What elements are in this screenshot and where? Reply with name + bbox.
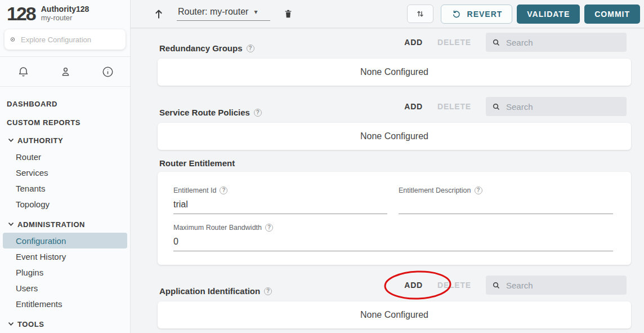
info-icon [101, 65, 114, 78]
delete-button[interactable]: DELETE [437, 102, 471, 111]
sort-arrows-icon [414, 8, 426, 20]
brand-title: Authority128 [41, 5, 90, 14]
empty-card-service-route-policies: None Configured [158, 123, 631, 150]
explore-configuration-input[interactable] [21, 35, 120, 44]
sidebar-item-users[interactable]: Users [0, 280, 130, 296]
entitlement-description-label: Entitlement Description ? [399, 187, 482, 194]
section-title-text: Router Entitlement [159, 158, 235, 168]
sidebar-item-configuration[interactable]: Configuration [3, 233, 127, 248]
help-icon[interactable]: ? [475, 187, 482, 194]
empty-text: None Configured [360, 131, 428, 141]
entitlement-id-field[interactable] [173, 199, 387, 214]
compass-icon [10, 34, 15, 45]
sidebar-item-label: DASHBOARD [7, 100, 57, 108]
help-icon[interactable]: ? [265, 224, 273, 232]
about-button[interactable] [101, 65, 114, 78]
sidebar-group-label: TOOLS [17, 320, 44, 328]
commit-button[interactable]: COMMIT [584, 5, 640, 24]
sidebar-item-services[interactable]: Services [0, 165, 130, 180]
field-label-text: Entitlement Id [173, 187, 216, 194]
empty-card-application-identification: None Configured [158, 301, 631, 328]
search-icon [491, 281, 501, 290]
sidebar-item-custom-reports[interactable]: CUSTOM REPORTS [0, 113, 130, 132]
brand-subtitle: my-router [41, 14, 90, 23]
search-box[interactable] [486, 97, 627, 116]
router-entitlement-card: Entitlement Id ? Entitlement Description… [158, 172, 631, 265]
delete-router-button[interactable] [283, 7, 294, 20]
explore-configuration-box[interactable] [5, 29, 126, 50]
sidebar-item-label: Tenants [16, 184, 46, 193]
help-icon[interactable]: ? [264, 287, 272, 295]
search-input[interactable] [506, 281, 621, 290]
field-label-text: Maximum Router Bandwidth [173, 224, 262, 232]
sidebar: 128 Authority128 my-router [0, 0, 131, 333]
search-input[interactable] [506, 38, 621, 47]
section-title-application-identification: Application Identification ? [159, 286, 272, 296]
main-content: Router: my-router ▾ REVERT [131, 0, 644, 333]
app-frame: 128 Authority128 my-router [0, 0, 644, 333]
add-button[interactable]: ADD [404, 102, 423, 111]
maximum-router-bandwidth-label: Maximum Router Bandwidth ? [173, 224, 273, 232]
sidebar-group-label: ADMINISTRATION [17, 220, 85, 229]
section-title-router-entitlement: Router Entitlement [159, 158, 235, 168]
sidebar-nav: DASHBOARD CUSTOM REPORTS AUTHORITY Route… [0, 87, 130, 333]
person-icon [59, 65, 72, 78]
restore-icon [451, 8, 462, 19]
sidebar-item-tenants[interactable]: Tenants [0, 180, 130, 196]
chevron-down-icon [8, 222, 14, 227]
section-controls-service-route-policies: ADD DELETE [404, 97, 627, 116]
sidebar-item-label: Services [16, 168, 48, 177]
section-title-redundancy-groups: Redundancy Groups ? [159, 43, 254, 53]
empty-card-redundancy-groups: None Configured [158, 59, 631, 86]
router-selector-dropdown[interactable]: Router: my-router ▾ [177, 7, 270, 21]
search-icon [491, 102, 501, 112]
sidebar-item-topology[interactable]: Topology [0, 196, 130, 212]
import-config-button[interactable] [152, 7, 166, 21]
help-icon[interactable]: ? [247, 45, 254, 52]
notifications-button[interactable] [17, 65, 30, 78]
arrow-up-icon [152, 7, 166, 21]
sidebar-item-dashboard[interactable]: DASHBOARD [0, 95, 130, 113]
sidebar-group-authority[interactable]: AUTHORITY [0, 132, 130, 149]
empty-text: None Configured [360, 310, 428, 320]
sidebar-group-tools[interactable]: TOOLS [0, 316, 130, 332]
entitlement-description-field[interactable] [399, 199, 613, 214]
delete-button[interactable]: DELETE [437, 38, 471, 47]
sidebar-item-label: Router [16, 152, 41, 162]
help-icon[interactable]: ? [254, 109, 262, 117]
sidebar-item-label: CUSTOM REPORTS [7, 118, 80, 127]
sidebar-item-router[interactable]: Router [0, 149, 130, 165]
brand-text: Authority128 my-router [41, 3, 90, 23]
section-title-text: Application Identification [159, 286, 260, 296]
sidebar-item-label: Topology [16, 199, 50, 209]
revert-button[interactable]: REVERT [441, 5, 513, 24]
entitlement-id-label: Entitlement Id ? [173, 187, 227, 194]
user-button[interactable] [59, 65, 72, 78]
brand: 128 Authority128 my-router [0, 0, 130, 25]
section-title-text: Service Route Policies [159, 108, 250, 117]
section-title-text: Redundancy Groups [159, 43, 243, 53]
search-box[interactable] [486, 33, 627, 52]
field-label-text: Entitlement Description [399, 187, 471, 194]
section-controls-application-identification: ADD DELETE [404, 276, 627, 295]
search-box[interactable] [486, 276, 627, 295]
sidebar-group-administration[interactable]: ADMINISTRATION [0, 216, 130, 233]
sidebar-item-event-history[interactable]: Event History [0, 248, 130, 264]
sidebar-item-entitlements[interactable]: Entitlements [0, 296, 130, 312]
search-input[interactable] [506, 102, 621, 112]
sidebar-item-plugins[interactable]: Plugins [0, 264, 130, 280]
trash-icon [283, 7, 294, 20]
topbar: Router: my-router ▾ REVERT [131, 0, 644, 28]
router-selector-label: Router: my-router [178, 7, 248, 17]
help-icon[interactable]: ? [220, 187, 227, 194]
sidebar-item-label: Configuration [16, 236, 66, 246]
sidebar-item-label: Users [16, 283, 38, 293]
add-button[interactable]: ADD [404, 281, 423, 290]
empty-text: None Configured [360, 67, 428, 77]
sort-button[interactable] [407, 5, 433, 23]
maximum-router-bandwidth-field[interactable] [173, 237, 613, 251]
validate-button[interactable]: VALIDATE [517, 5, 580, 24]
delete-button[interactable]: DELETE [437, 281, 471, 290]
add-button[interactable]: ADD [404, 38, 423, 47]
sidebar-group-label: AUTHORITY [17, 136, 63, 145]
